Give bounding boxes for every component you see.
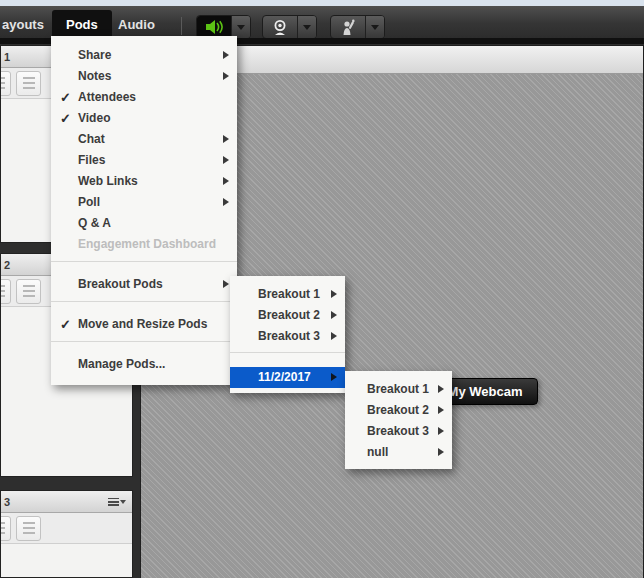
menu-item-notes[interactable]: Notes	[51, 66, 237, 87]
submenu-item-breakout-3[interactable]: Breakout 3	[345, 421, 452, 442]
list-icon	[23, 77, 35, 89]
list-icon	[1, 285, 5, 297]
submenu-arrow-icon	[223, 135, 229, 143]
pod-1-title: 1	[4, 51, 10, 63]
pod-toolbar-button[interactable]	[1, 279, 11, 304]
caret-down-icon	[371, 25, 379, 30]
pod-menu-icon[interactable]	[108, 497, 126, 507]
speaker-button[interactable]	[197, 16, 231, 38]
check-icon: ✓	[60, 108, 71, 129]
menu-item-share[interactable]: Share	[51, 45, 237, 66]
submenu-item-breakout-2[interactable]: Breakout 2	[230, 305, 345, 326]
submenu-arrow-icon	[223, 51, 229, 59]
submenu-arrow-icon	[331, 373, 337, 381]
date-submenu: Breakout 1 Breakout 2 Breakout 3 null	[345, 371, 452, 469]
pod-toolbar-button[interactable]	[16, 516, 41, 541]
menu-audio[interactable]: Audio	[118, 14, 155, 36]
pods-menu: Share Notes ✓ Attendees ✓ Video Chat Fil…	[51, 36, 237, 385]
webcam-icon	[271, 19, 289, 36]
menu-item-engagement-dashboard: Engagement Dashboard	[51, 234, 237, 255]
menu-item-qa[interactable]: Q & A	[51, 213, 237, 234]
submenu-arrow-icon	[438, 406, 444, 414]
pod-2-title: 2	[4, 259, 10, 271]
submenu-arrow-icon	[331, 311, 337, 319]
submenu-arrow-icon	[438, 385, 444, 393]
submenu-item-breakout-1[interactable]: Breakout 1	[230, 284, 345, 305]
submenu-item-date-highlighted[interactable]: 11/2/2017	[230, 367, 345, 388]
pod-toolbar-button[interactable]	[1, 71, 11, 96]
submenu-arrow-icon	[223, 198, 229, 206]
submenu-arrow-icon	[331, 332, 337, 340]
webcam-dropdown-button[interactable]	[297, 16, 316, 38]
pod-3-toolbar	[1, 513, 132, 544]
menu-item-video[interactable]: ✓ Video	[51, 108, 237, 129]
list-icon	[23, 522, 35, 534]
menu-item-files[interactable]: Files	[51, 150, 237, 171]
menu-item-manage-pods[interactable]: Manage Pods...	[51, 354, 237, 375]
pod-3-header[interactable]: 3	[1, 491, 132, 513]
pod-toolbar-button[interactable]	[16, 279, 41, 304]
menu-item-chat[interactable]: Chat	[51, 129, 237, 150]
menu-item-breakout-pods[interactable]: Breakout Pods	[51, 274, 237, 295]
menu-item-web-links[interactable]: Web Links	[51, 171, 237, 192]
adobe-connect-window: ayouts Pods Audio	[0, 0, 644, 578]
submenu-arrow-icon	[223, 156, 229, 164]
webcam-button[interactable]	[263, 16, 297, 38]
menu-layouts[interactable]: ayouts	[2, 14, 44, 36]
menu-separator	[51, 301, 237, 302]
list-icon	[1, 77, 5, 89]
pod-toolbar-button[interactable]	[16, 71, 41, 96]
side-pod-3: 3	[0, 490, 133, 578]
webcam-button-group	[262, 15, 317, 39]
speaker-dropdown-button[interactable]	[231, 16, 250, 38]
menu-spacer	[230, 353, 345, 367]
submenu-arrow-icon	[438, 427, 444, 435]
submenu-item-null[interactable]: null	[345, 442, 452, 463]
submenu-item-breakout-1[interactable]: Breakout 1	[345, 379, 452, 400]
list-icon	[23, 285, 35, 297]
submenu-item-breakout-3[interactable]: Breakout 3	[230, 326, 345, 347]
menu-separator	[51, 261, 237, 262]
menu-bar: ayouts Pods Audio	[0, 6, 644, 38]
pod-toolbar-button[interactable]	[1, 516, 11, 541]
submenu-arrow-icon	[223, 72, 229, 80]
raise-hand-dropdown-button[interactable]	[365, 16, 384, 38]
raise-hand-icon	[339, 18, 357, 36]
submenu-arrow-icon	[438, 448, 444, 456]
pod-3-title: 3	[4, 496, 10, 508]
menu-item-poll[interactable]: Poll	[51, 192, 237, 213]
raise-hand-button[interactable]	[331, 16, 365, 38]
submenu-arrow-icon	[223, 177, 229, 185]
menu-item-move-resize-pods[interactable]: ✓ Move and Resize Pods	[51, 314, 237, 335]
menu-separator	[51, 341, 237, 342]
submenu-arrow-icon	[223, 280, 229, 288]
submenu-arrow-icon	[331, 290, 337, 298]
pod-3-content	[1, 544, 132, 577]
speaker-icon	[204, 19, 224, 35]
check-icon: ✓	[60, 87, 71, 108]
caret-down-icon	[237, 25, 245, 30]
caret-down-icon	[303, 25, 311, 30]
menu-item-attendees[interactable]: ✓ Attendees	[51, 87, 237, 108]
breakout-pods-submenu: Breakout 1 Breakout 2 Breakout 3 11/2/20…	[230, 276, 345, 393]
raise-hand-button-group	[330, 15, 385, 39]
check-icon: ✓	[60, 314, 71, 335]
submenu-item-breakout-2[interactable]: Breakout 2	[345, 400, 452, 421]
list-icon	[1, 522, 5, 534]
toolbar-divider	[181, 17, 182, 35]
